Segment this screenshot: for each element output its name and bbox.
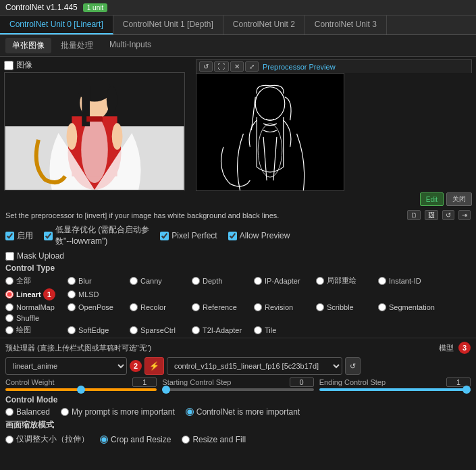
model-badge: 3 bbox=[458, 342, 471, 354]
radio-mlsd: MLSD bbox=[68, 288, 122, 301]
scale-mode-row: 仅调整大小（拉伸） Crop and Resize Resize and Fil… bbox=[0, 432, 476, 446]
end-slider[interactable] bbox=[319, 388, 471, 391]
scale-crop-input[interactable] bbox=[100, 436, 108, 444]
radio-inpaint-input[interactable] bbox=[316, 277, 324, 285]
maskupload-text: Mask Upload bbox=[17, 251, 64, 261]
preview-expand-btn[interactable]: ⤢ bbox=[245, 61, 259, 72]
svg-point-11 bbox=[112, 123, 123, 150]
lowvram-checkbox[interactable] bbox=[44, 232, 53, 240]
refresh-model-btn[interactable]: ↺ bbox=[345, 357, 361, 375]
mode-prompt-input[interactable] bbox=[61, 408, 69, 416]
preview-close-btn[interactable]: ✕ bbox=[230, 61, 244, 72]
tab-unit2[interactable]: ControlNet Unit 2 bbox=[223, 16, 305, 34]
preprocessor-badge: 2 bbox=[130, 360, 142, 372]
radio-scribble-input[interactable] bbox=[316, 303, 324, 311]
radio-revision-label: Revision bbox=[265, 303, 293, 311]
radio-canny-input[interactable] bbox=[130, 277, 138, 285]
edit-button[interactable]: Edit bbox=[420, 192, 444, 206]
mode-prompt: My prompt is more important bbox=[61, 407, 175, 417]
pixelperfect-checkbox-label[interactable]: Pixel Perfect bbox=[160, 231, 217, 240]
radio-blur-input[interactable] bbox=[68, 277, 76, 285]
tab-unit0[interactable]: ControlNet Unit 0 [Lineart] bbox=[0, 16, 113, 34]
radio-instantid-input[interactable] bbox=[378, 277, 386, 285]
radio-depth-input[interactable] bbox=[192, 277, 200, 285]
allowpreview-label: Allow Preview bbox=[240, 231, 290, 240]
radio-scribble: Scribble bbox=[316, 303, 370, 311]
radio-all-input[interactable] bbox=[5, 277, 14, 285]
radio-reference: Reference bbox=[192, 303, 246, 311]
radio-all-label: 全部 bbox=[16, 276, 31, 286]
mode-balanced-input[interactable] bbox=[5, 408, 14, 416]
radio-sketch-label: 绘图 bbox=[16, 325, 31, 335]
weight-slider-col: Control Weight bbox=[5, 377, 157, 391]
radio-lineart: Lineart 1 bbox=[5, 288, 59, 301]
radio-reference-input[interactable] bbox=[192, 303, 200, 311]
radio-mlsd-input[interactable] bbox=[68, 290, 76, 298]
preview-reset-btn[interactable]: ↺ bbox=[199, 61, 213, 72]
radio-lineart-input[interactable] bbox=[5, 290, 14, 298]
radio-normalmap-label: NormalMap bbox=[16, 303, 55, 311]
warning-icon-2[interactable]: 🖼 bbox=[425, 210, 438, 220]
svg-point-10 bbox=[66, 123, 77, 150]
radio-shuffle-input[interactable] bbox=[5, 314, 14, 322]
model-select[interactable]: control_v11p_sd15_lineart_fp16 [5c23b17d… bbox=[167, 357, 342, 375]
radio-softedge-input[interactable] bbox=[68, 326, 76, 334]
radio-openpose-input[interactable] bbox=[68, 303, 76, 311]
svg-rect-9 bbox=[86, 116, 103, 122]
radio-revision-input[interactable] bbox=[254, 303, 262, 311]
preprocessor-select[interactable]: lineart_anime bbox=[5, 357, 127, 375]
pixelperfect-checkbox[interactable] bbox=[160, 232, 169, 240]
radio-scribble-label: Scribble bbox=[327, 303, 354, 311]
radio-sparsectrl: SparseCtrl bbox=[130, 325, 184, 335]
end-slider-col: Ending Control Step bbox=[319, 377, 471, 391]
radio-normalmap-input[interactable] bbox=[5, 303, 14, 311]
enable-checkbox[interactable] bbox=[5, 232, 14, 240]
sub-tab-batch[interactable]: 批量处理 bbox=[54, 38, 100, 53]
tab-unit1[interactable]: ControlNet Unit 1 [Depth] bbox=[113, 16, 223, 34]
start-slider[interactable] bbox=[162, 388, 313, 391]
radio-recolor-input[interactable] bbox=[130, 303, 138, 311]
image-container[interactable] bbox=[4, 72, 185, 190]
radio-segmentation-input[interactable] bbox=[378, 303, 386, 311]
radio-tile-input[interactable] bbox=[254, 326, 262, 334]
scale-stretch-label: 仅调整大小（拉伸） bbox=[16, 434, 89, 445]
image-checkbox[interactable] bbox=[4, 61, 14, 70]
tab-unit3[interactable]: ControlNet Unit 3 bbox=[305, 16, 387, 34]
radio-sketch-input[interactable] bbox=[5, 326, 14, 334]
lowvram-label: 低显存优化 (需配合启动参数"--lowvram") bbox=[55, 224, 149, 247]
preview-toolbar: ↺ ⛶ ✕ ⤢ Preprocessor Preview bbox=[196, 59, 472, 73]
maskupload-checkbox[interactable] bbox=[5, 252, 14, 261]
warning-icon-4[interactable]: ⇥ bbox=[458, 210, 471, 220]
lowvram-checkbox-label[interactable]: 低显存优化 (需配合启动参数"--lowvram") bbox=[44, 224, 149, 247]
preprocessor-label: 预处理器 (直接上传栏式图或草稿时可选"无") bbox=[5, 343, 151, 353]
maskupload-label[interactable]: Mask Upload bbox=[5, 251, 64, 261]
warning-icon-1[interactable]: 🗋 bbox=[407, 210, 421, 220]
sub-tab-single[interactable]: 单张图像 bbox=[5, 38, 51, 53]
run-preprocessor-btn[interactable]: ⚡ bbox=[144, 357, 164, 375]
allowpreview-checkbox-label[interactable]: Allow Preview bbox=[228, 231, 290, 240]
scale-fill-input[interactable] bbox=[182, 436, 190, 444]
enable-checkbox-label[interactable]: 启用 bbox=[5, 230, 33, 242]
preview-fit-btn[interactable]: ⛶ bbox=[214, 61, 229, 72]
close-button[interactable]: 关闭 bbox=[446, 192, 472, 206]
warning-icon-3[interactable]: ↺ bbox=[442, 210, 454, 220]
radio-t2iadapter-input[interactable] bbox=[192, 326, 200, 334]
scale-mode-header: 画面缩放模式 bbox=[0, 418, 476, 432]
allowpreview-checkbox[interactable] bbox=[228, 232, 237, 240]
sliders-row: Control Weight Starting Control Step End… bbox=[0, 376, 476, 394]
preview-label: Preprocessor Preview bbox=[263, 63, 336, 71]
weight-slider[interactable] bbox=[5, 388, 157, 391]
image-row: 图像 bbox=[0, 57, 476, 209]
radio-instantid-label: Instant-ID bbox=[389, 277, 421, 285]
radio-sparsectrl-input[interactable] bbox=[130, 326, 138, 334]
sub-tab-multi[interactable]: Multi-Inputs bbox=[103, 38, 158, 53]
preprocessor-label-row: 预处理器 (直接上传栏式图或草稿时可选"无") 模型 3 bbox=[0, 340, 476, 356]
radio-ipadapter-input[interactable] bbox=[254, 277, 262, 285]
scale-stretch-input[interactable] bbox=[5, 436, 14, 444]
mode-controlnet-input[interactable] bbox=[186, 408, 194, 416]
radio-sketch: 绘图 bbox=[5, 325, 59, 335]
radio-sparsectrl-label: SparseCtrl bbox=[140, 326, 176, 334]
radio-openpose: OpenPose bbox=[68, 303, 122, 311]
unit-badge: 1 unit bbox=[83, 3, 107, 12]
radio-recolor: Recolor bbox=[130, 303, 184, 311]
